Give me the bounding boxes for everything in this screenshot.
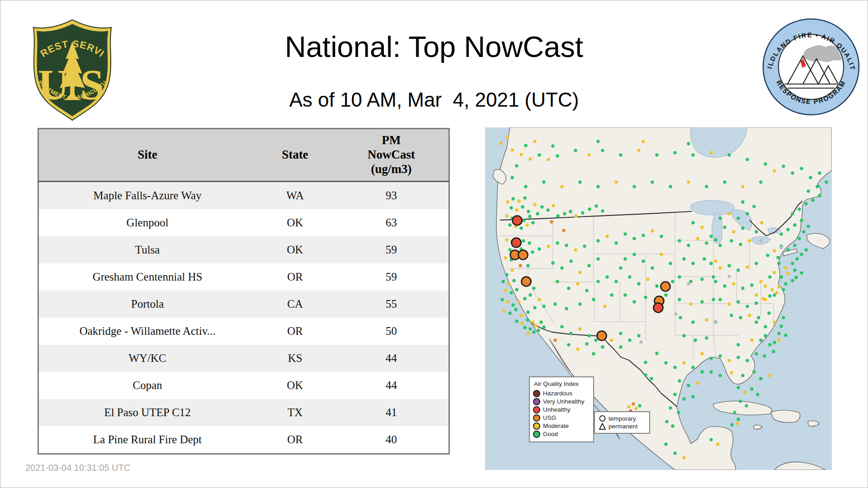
monitor-dot[interactable] [755, 352, 758, 355]
monitor-dot[interactable] [709, 262, 712, 265]
monitor-dot[interactable] [651, 266, 654, 269]
monitor-dot[interactable] [732, 230, 735, 233]
monitor-dot[interactable] [718, 244, 722, 247]
monitor-dot[interactable] [578, 271, 581, 274]
monitor-dot[interactable] [644, 361, 647, 364]
monitor-dot[interactable] [576, 282, 579, 285]
monitor-dot[interactable] [763, 354, 766, 357]
monitor-dot[interactable] [583, 244, 586, 248]
monitor-dot[interactable] [759, 239, 762, 242]
monitor-dot[interactable] [522, 219, 525, 222]
monitor-dot[interactable] [714, 320, 717, 323]
monitor-dot[interactable] [768, 294, 771, 297]
monitor-dot[interactable] [614, 180, 618, 183]
monitor-dot[interactable] [782, 164, 785, 168]
monitor-dot[interactable] [759, 280, 762, 283]
monitor-dot[interactable] [596, 257, 599, 260]
monitor-dot[interactable] [642, 259, 645, 263]
monitor-dot[interactable] [739, 399, 742, 403]
monitor-dot[interactable] [786, 272, 789, 275]
monitor-dot[interactable] [526, 264, 529, 267]
monitor-dot[interactable] [592, 352, 595, 355]
monitor-dot[interactable] [632, 402, 635, 405]
monitor-dot[interactable] [506, 300, 509, 303]
monitor-dot[interactable] [816, 185, 819, 188]
monitor-dot[interactable] [732, 282, 735, 285]
monitor-dot[interactable] [777, 285, 780, 288]
monitor-dot[interactable] [639, 340, 642, 343]
monitor-dot[interactable] [642, 140, 645, 143]
monitor-dot[interactable] [804, 202, 807, 205]
monitor-dot[interactable] [718, 354, 722, 357]
monitor-dot[interactable] [802, 230, 805, 233]
monitor-dot[interactable] [775, 291, 778, 294]
monitor-dot[interactable] [709, 357, 712, 360]
monitor-dot[interactable] [538, 298, 541, 301]
monitor-dot[interactable] [637, 149, 640, 152]
monitor-dot[interactable] [506, 200, 509, 203]
monitor-dot[interactable] [818, 171, 821, 174]
monitor-dot[interactable] [766, 253, 769, 257]
monitor-dot[interactable] [786, 248, 789, 251]
monitor-dot[interactable] [691, 262, 694, 265]
monitor-dot[interactable] [773, 169, 776, 172]
monitor-dot[interactable] [651, 180, 654, 183]
monitor-dot[interactable] [531, 250, 534, 253]
monitor-dot[interactable] [560, 266, 563, 269]
top-site-marker[interactable] [661, 282, 670, 291]
monitor-dot[interactable] [756, 393, 759, 396]
monitor-dot[interactable] [578, 180, 581, 183]
monitor-dot[interactable] [560, 325, 563, 328]
monitor-dot[interactable] [511, 197, 514, 200]
monitor-dot[interactable] [687, 244, 690, 247]
monitor-dot[interactable] [638, 404, 641, 407]
monitor-dot[interactable] [782, 316, 785, 319]
monitor-dot[interactable] [511, 303, 514, 306]
monitor-dot[interactable] [531, 320, 534, 324]
monitor-dot[interactable] [767, 311, 770, 314]
monitor-dot[interactable] [569, 210, 572, 213]
monitor-dot[interactable] [755, 230, 758, 233]
monitor-dot[interactable] [664, 361, 667, 364]
monitor-dot[interactable] [642, 234, 645, 237]
monitor-dot[interactable] [712, 275, 715, 278]
monitor-dot[interactable] [547, 244, 550, 248]
monitor-dot[interactable] [730, 423, 733, 426]
monitor-dot[interactable] [674, 312, 677, 315]
monitor-dot[interactable] [791, 279, 794, 282]
monitor-dot[interactable] [777, 338, 780, 342]
monitor-dot[interactable] [678, 298, 681, 301]
monitor-dot[interactable] [587, 264, 590, 267]
monitor-dot[interactable] [739, 243, 742, 246]
air-quality-map[interactable]: Air Quality Index HazardousVery Unhealth… [485, 127, 832, 470]
monitor-dot[interactable] [515, 208, 518, 211]
monitor-dot[interactable] [523, 196, 526, 199]
monitor-dot[interactable] [759, 180, 762, 183]
top-site-marker[interactable] [512, 238, 521, 248]
monitor-dot[interactable] [811, 198, 814, 202]
monitor-dot[interactable] [542, 325, 545, 328]
monitor-dot[interactable] [517, 300, 520, 303]
monitor-dot[interactable] [727, 275, 731, 278]
monitor-dot[interactable] [818, 194, 821, 197]
monitor-dot[interactable] [800, 167, 803, 170]
monitor-dot[interactable] [540, 205, 543, 208]
monitor-dot[interactable] [632, 300, 636, 303]
monitor-dot[interactable] [755, 262, 758, 265]
monitor-dot[interactable] [800, 253, 803, 256]
monitor-dot[interactable] [664, 442, 667, 446]
monitor-dot[interactable] [644, 296, 647, 299]
monitor-dot[interactable] [592, 298, 595, 301]
monitor-dot[interactable] [745, 359, 749, 362]
monitor-dot[interactable] [520, 321, 524, 324]
monitor-dot[interactable] [709, 438, 712, 441]
monitor-dot[interactable] [505, 273, 508, 276]
monitor-dot[interactable] [574, 149, 577, 152]
monitor-dot[interactable] [679, 316, 682, 319]
monitor-dot[interactable] [727, 212, 731, 215]
monitor-dot[interactable] [509, 291, 513, 294]
monitor-dot[interactable] [515, 164, 518, 167]
monitor-dot[interactable] [574, 248, 577, 251]
monitor-dot[interactable] [627, 405, 630, 408]
monitor-dot[interactable] [700, 370, 703, 373]
